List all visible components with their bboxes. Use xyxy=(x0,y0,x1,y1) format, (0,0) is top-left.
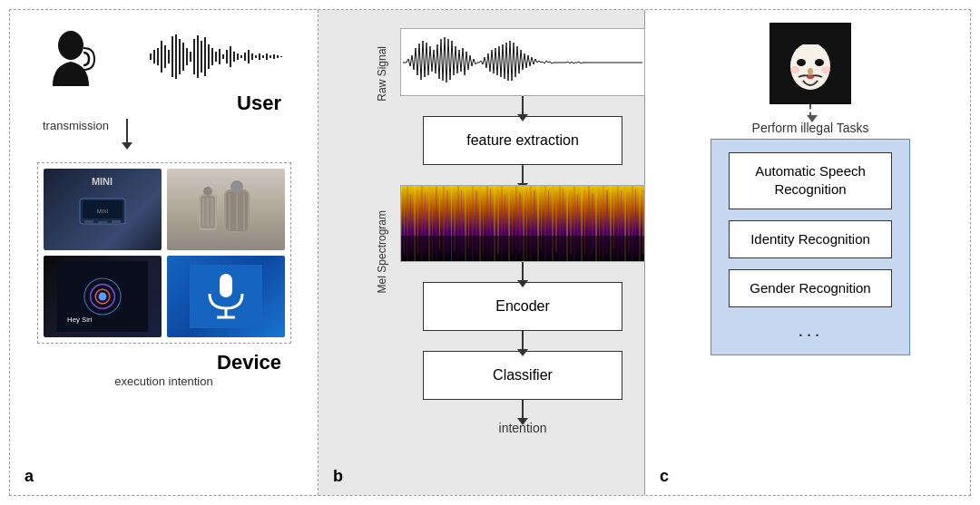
raw-signal-display xyxy=(400,28,645,96)
dashed-arrow-hacker xyxy=(809,104,811,117)
svg-rect-42 xyxy=(98,221,107,224)
svg-rect-1 xyxy=(150,53,152,60)
execution-text: execution intention xyxy=(114,374,212,388)
svg-rect-41 xyxy=(84,220,93,224)
svg-rect-16 xyxy=(204,37,206,76)
svg-rect-37 xyxy=(280,56,282,57)
svg-point-142 xyxy=(815,59,824,66)
svg-rect-14 xyxy=(197,35,199,78)
svg-rect-34 xyxy=(270,55,271,58)
svg-text:MINI: MINI xyxy=(96,209,108,214)
svg-rect-19 xyxy=(215,52,217,62)
svg-rect-4 xyxy=(161,41,162,73)
svg-rect-36 xyxy=(277,55,279,58)
svg-text:Hey Siri: Hey Siri xyxy=(67,316,93,324)
mel-spectrogram-display xyxy=(400,185,645,262)
perform-label: Perform illegal Tasks xyxy=(752,121,869,135)
svg-rect-43 xyxy=(112,220,121,224)
svg-rect-17 xyxy=(208,44,210,69)
svg-rect-12 xyxy=(190,52,191,62)
devices-grid: MINI xyxy=(37,162,291,344)
svg-rect-10 xyxy=(182,43,184,71)
svg-rect-15 xyxy=(201,41,202,73)
svg-rect-6 xyxy=(168,50,170,63)
svg-rect-20 xyxy=(219,49,220,64)
panel-a-label: a xyxy=(24,467,34,486)
arrow-2 xyxy=(522,165,524,185)
panel-b: Raw Signal Mel Spectrogram xyxy=(318,10,645,495)
svg-rect-8 xyxy=(175,34,177,79)
more-items-indicator: ... xyxy=(798,318,822,342)
transmission-arrow xyxy=(126,119,128,144)
b-side-labels: Raw Signal Mel Spectrogram xyxy=(364,19,400,473)
car-dashboard-image: MINI xyxy=(44,169,162,250)
svg-point-60 xyxy=(98,293,106,301)
svg-rect-23 xyxy=(230,46,231,67)
arrow-4 xyxy=(522,331,524,351)
smart-speaker-image xyxy=(167,169,285,250)
svg-rect-35 xyxy=(273,54,275,59)
siri-screen-image: Hey Siri xyxy=(44,256,162,337)
svg-rect-2 xyxy=(153,50,155,63)
svg-rect-9 xyxy=(179,39,181,74)
asr-box: Automatic Speech Recognition xyxy=(729,152,892,209)
panel-a: User transmission MINI xyxy=(10,10,318,495)
svg-point-144 xyxy=(807,75,814,79)
svg-point-146 xyxy=(821,66,830,73)
svg-rect-29 xyxy=(251,53,253,60)
sound-wave-display xyxy=(143,29,289,83)
svg-rect-7 xyxy=(172,36,173,77)
user-label: User xyxy=(19,92,309,115)
svg-rect-13 xyxy=(193,39,195,74)
feature-extraction-box: feature extraction xyxy=(423,116,622,165)
transmission-area: transmission xyxy=(19,119,309,151)
device-label: Device xyxy=(19,351,309,374)
svg-rect-30 xyxy=(255,55,257,58)
svg-rect-28 xyxy=(248,50,250,63)
panel-c: Perform illegal Tasks Automatic Speech R… xyxy=(645,10,970,495)
identity-recognition-box: Identity Recognition xyxy=(729,220,892,258)
b-main-content: feature extraction xyxy=(400,19,645,473)
svg-rect-22 xyxy=(226,50,228,63)
encoder-box: Encoder xyxy=(423,282,622,331)
person-icon xyxy=(39,24,103,88)
svg-rect-136 xyxy=(401,236,645,262)
execution-area: Device execution intention xyxy=(19,347,309,388)
hacker-icon xyxy=(769,23,851,104)
svg-rect-24 xyxy=(233,52,235,62)
svg-point-138 xyxy=(790,43,830,90)
svg-point-46 xyxy=(203,187,212,196)
svg-point-145 xyxy=(790,66,799,73)
svg-rect-18 xyxy=(211,48,213,65)
recognition-tasks-box: Automatic Speech Recognition Identity Re… xyxy=(710,139,910,355)
mel-spectrogram-label: Mel Spectrogram xyxy=(376,210,388,293)
user-section xyxy=(19,24,309,88)
raw-signal-label: Raw Signal xyxy=(376,46,388,102)
svg-rect-26 xyxy=(240,55,242,58)
svg-rect-27 xyxy=(244,53,246,61)
svg-rect-25 xyxy=(237,53,239,60)
classifier-box: Classifier xyxy=(423,351,622,400)
panel-b-label: b xyxy=(333,467,343,486)
svg-rect-5 xyxy=(164,45,166,68)
svg-rect-32 xyxy=(262,55,264,58)
svg-rect-33 xyxy=(266,53,268,60)
svg-point-49 xyxy=(230,180,243,193)
transmission-text: transmission xyxy=(43,119,109,132)
siri-mic-image xyxy=(167,256,285,337)
svg-point-141 xyxy=(797,59,806,66)
arrow-5 xyxy=(522,400,524,420)
svg-rect-63 xyxy=(220,274,232,297)
svg-rect-21 xyxy=(222,54,224,59)
svg-rect-3 xyxy=(157,48,159,65)
panel-c-label: c xyxy=(660,467,669,486)
svg-point-143 xyxy=(808,68,813,75)
arrow-1 xyxy=(522,96,524,116)
svg-rect-31 xyxy=(259,53,260,60)
svg-rect-11 xyxy=(186,48,188,65)
svg-point-0 xyxy=(58,31,83,60)
arrow-3 xyxy=(522,262,524,282)
gender-recognition-box: Gender Recognition xyxy=(729,269,892,307)
svg-rect-140 xyxy=(791,26,829,43)
